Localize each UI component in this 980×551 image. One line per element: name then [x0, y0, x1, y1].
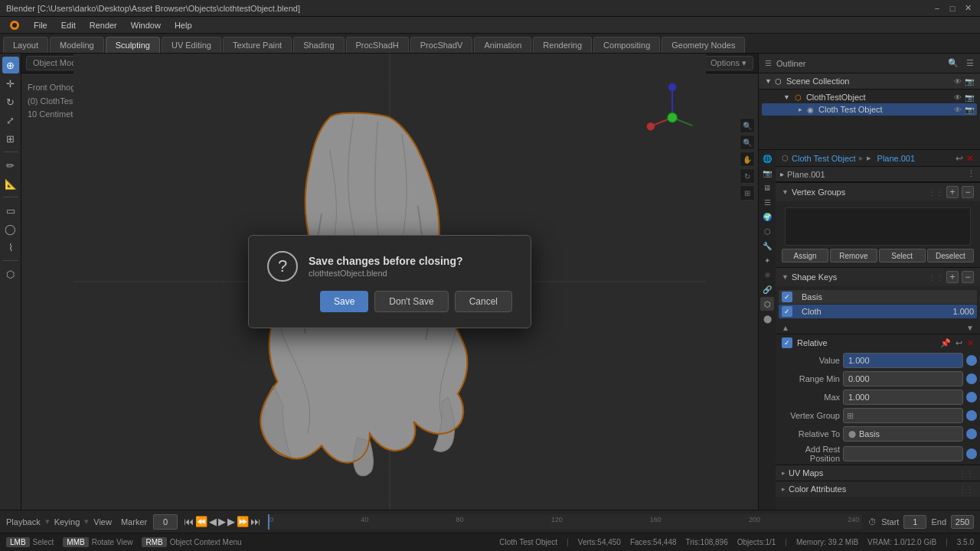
marker-menu[interactable]: Marker — [121, 517, 147, 527]
outliner-render-icon[interactable]: 📷 — [965, 77, 974, 86]
tab-procshadv[interactable]: ProcShadV — [410, 37, 473, 53]
props-icon-output[interactable]: 🖥 — [760, 181, 774, 194]
shape-keys-scroll-up[interactable]: ▲ — [782, 324, 789, 332]
timeline-body[interactable]: 0 40 80 120 160 200 240 — [266, 514, 862, 530]
vg-assign-btn[interactable]: Assign — [782, 249, 828, 262]
shape-keys-remove-btn[interactable]: − — [962, 271, 974, 283]
breadcrumb-object[interactable]: Cloth Test Object — [792, 154, 856, 163]
prev-frame-btn[interactable]: ◀ — [209, 516, 217, 527]
annotate-tool[interactable]: ✏ — [2, 157, 19, 174]
props-icon-view-layer[interactable]: ☰ — [760, 195, 774, 209]
shape-key-basis-checkbox[interactable]: ✓ — [782, 292, 792, 302]
object-name-dots[interactable]: ⋮ — [967, 169, 975, 179]
props-icon-scene[interactable]: 🌐 — [760, 152, 774, 165]
close-button[interactable]: ✕ — [962, 2, 974, 15]
props-icon-particles[interactable]: ✦ — [760, 253, 774, 267]
tab-procshadh[interactable]: ProcShadH — [346, 37, 409, 53]
minimize-button[interactable]: − — [931, 2, 943, 15]
circle-select-tool[interactable]: ◯ — [2, 220, 19, 237]
move-tool[interactable]: ✛ — [2, 75, 19, 92]
vg-select-btn[interactable]: Select — [879, 249, 926, 262]
props-icon-constraints[interactable]: 🔗 — [760, 282, 774, 296]
save-dialog-cancel-button[interactable]: Cancel — [455, 291, 512, 312]
scale-tool[interactable]: ⤢ — [2, 112, 19, 129]
outliner-item-cloth-test-object-2[interactable]: ▸ ◉ Cloth Test Object 👁 📷 — [762, 103, 977, 116]
outliner-vis-1[interactable]: 👁 — [954, 93, 962, 102]
vertex-groups-remove-btn[interactable]: − — [962, 186, 974, 198]
prev-keyframe-btn[interactable]: ⏪ — [195, 516, 207, 527]
end-frame-input[interactable]: 250 — [951, 515, 974, 529]
relative-close-icon[interactable]: ✕ — [967, 338, 974, 348]
color-attributes-header[interactable]: ▸ Color Attributes ⋮⋮ — [776, 481, 980, 497]
vg-remove-btn[interactable]: Remove — [830, 249, 877, 262]
relative-to-dot[interactable] — [966, 429, 977, 439]
save-dialog-dont-save-button[interactable]: Don't Save — [374, 291, 448, 312]
outliner-render-2[interactable]: 📷 — [965, 106, 974, 114]
shape-keys-add-btn[interactable]: + — [946, 271, 959, 283]
add-rest-position-dot[interactable] — [966, 448, 977, 459]
props-icon-physics[interactable]: ⚛ — [760, 268, 774, 282]
outliner-visibility-icon[interactable]: 👁 — [954, 77, 962, 86]
cursor-tool[interactable]: ⊕ — [2, 57, 19, 73]
scene-collection-row[interactable]: ▼ ⬡ Scene Collection 👁 📷 — [759, 73, 980, 90]
shape-keys-scroll-down[interactable]: ▼ — [966, 324, 974, 332]
value-dot[interactable] — [966, 355, 977, 366]
shape-keys-header[interactable]: ▼ Shape Keys ⋮⋮ + − — [776, 268, 980, 286]
measure-tool[interactable]: 📐 — [2, 175, 19, 192]
current-frame-display[interactable]: 0 — [153, 514, 178, 530]
props-icon-material[interactable]: ⬤ — [760, 311, 774, 325]
vertex-group-input[interactable]: ⊞ — [843, 408, 963, 423]
vertex-groups-header[interactable]: ▼ Vertex Groups ⋮⋮ + − — [776, 183, 980, 201]
jump-start-btn[interactable]: ⏮ — [184, 516, 194, 527]
props-icon-data[interactable]: ⬡ — [760, 297, 774, 311]
add-rest-position-input[interactable] — [843, 446, 963, 461]
props-new-icon[interactable]: ↩ — [956, 153, 963, 164]
shape-key-basis[interactable]: ✓ Basis — [779, 290, 977, 304]
help-menu-item[interactable]: Help — [168, 19, 198, 31]
shape-keys-dots[interactable]: ⋮⋮ — [928, 273, 943, 282]
start-frame-input[interactable]: 1 — [903, 515, 926, 529]
props-icon-object[interactable]: ⬡ — [760, 224, 774, 238]
window-menu-item[interactable]: Window — [125, 19, 167, 31]
vertex-group-dot[interactable] — [966, 410, 977, 421]
filter-icon[interactable]: ☰ — [966, 58, 974, 68]
transform-tool[interactable]: ⊞ — [2, 130, 19, 147]
shape-key-cloth[interactable]: ✓ Cloth 1.000 — [779, 305, 977, 318]
tab-animation[interactable]: Animation — [474, 37, 531, 53]
play-btn[interactable]: ▶ — [218, 516, 226, 527]
tab-sculpting[interactable]: Sculpting — [106, 37, 160, 53]
relative-to-input[interactable]: ⬤ Basis — [843, 426, 963, 442]
max-dot[interactable] — [966, 392, 977, 403]
relative-checkbox[interactable]: ✓ — [782, 337, 792, 348]
search-icon[interactable]: 🔍 — [948, 58, 959, 68]
color-attributes-dots[interactable]: ⋮⋮ — [959, 485, 974, 494]
jump-end-btn[interactable]: ⏭ — [250, 516, 260, 527]
save-dialog-save-button[interactable]: Save — [320, 291, 368, 312]
blender-menu-item[interactable] — [3, 18, 26, 31]
outliner-item-cloth-test-object[interactable]: ▼ ⬡ ClothTestObject 👁 📷 — [762, 91, 977, 103]
tab-uv-editing[interactable]: UV Editing — [162, 37, 221, 53]
box-select-tool[interactable]: ▭ — [2, 202, 19, 219]
range-min-dot[interactable] — [966, 373, 977, 384]
outliner-render-1[interactable]: 📷 — [965, 93, 974, 102]
props-icon-world[interactable]: 🌍 — [760, 210, 774, 223]
edit-menu-item[interactable]: Edit — [55, 19, 82, 31]
vertex-groups-add-btn[interactable]: + — [946, 186, 959, 198]
file-menu-item[interactable]: File — [28, 19, 54, 31]
tab-rendering[interactable]: Rendering — [533, 37, 592, 53]
lasso-select-tool[interactable]: ⌇ — [2, 239, 19, 256]
view-menu[interactable]: View — [93, 517, 112, 527]
tab-modeling[interactable]: Modeling — [50, 37, 104, 53]
tab-layout[interactable]: Layout — [3, 37, 48, 53]
max-input[interactable]: 1.000 — [843, 390, 963, 405]
tab-shading[interactable]: Shading — [293, 37, 344, 53]
shape-key-cloth-checkbox[interactable]: ✓ — [782, 306, 792, 317]
tab-texture-paint[interactable]: Texture Paint — [223, 37, 292, 53]
vertex-groups-dots[interactable]: ⋮⋮ — [928, 188, 943, 197]
outliner-vis-2[interactable]: 👁 — [954, 106, 962, 114]
value-input[interactable]: 1.000 — [843, 353, 963, 368]
tab-geometry-nodes[interactable]: Geometry Nodes — [662, 37, 745, 53]
rotate-tool[interactable]: ↻ — [2, 93, 19, 110]
viewport[interactable]: Object Mode ▾ Global 🧲 ⊙ ⬡ ▾ Options ▾ F… — [21, 54, 758, 510]
breadcrumb-plane[interactable]: Plane.001 — [877, 154, 916, 163]
